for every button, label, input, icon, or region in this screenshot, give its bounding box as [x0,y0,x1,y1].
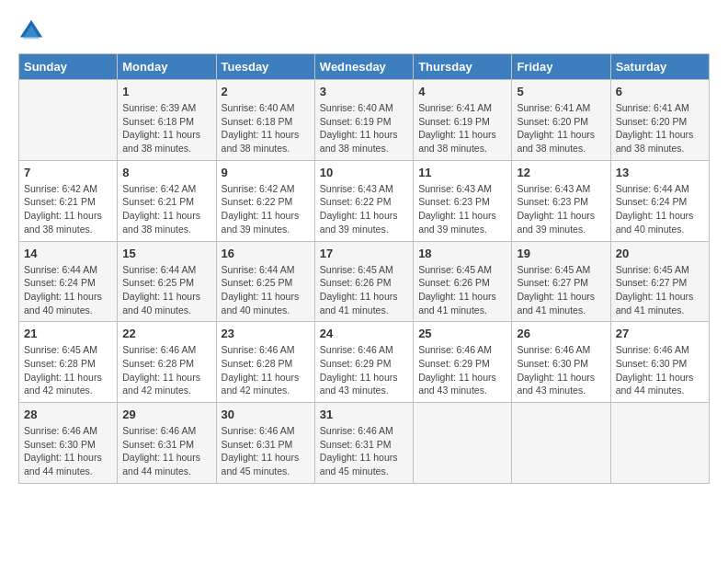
day-number: 27 [616,327,704,340]
day-info: Sunrise: 6:41 AMSunset: 6:19 PMDaylight:… [418,101,506,155]
day-number: 1 [122,85,210,98]
calendar-cell: 11Sunrise: 6:43 AMSunset: 6:23 PMDayligh… [414,160,512,241]
header-cell-friday: Friday [512,54,610,80]
calendar-cell: 3Sunrise: 6:40 AMSunset: 6:19 PMDaylight… [314,80,413,161]
day-number: 10 [320,166,408,179]
calendar-cell: 12Sunrise: 6:43 AMSunset: 6:23 PMDayligh… [512,160,610,241]
calendar-cell: 24Sunrise: 6:46 AMSunset: 6:29 PMDayligh… [314,322,413,403]
day-info: Sunrise: 6:43 AMSunset: 6:22 PMDaylight:… [320,182,408,236]
calendar-cell: 2Sunrise: 6:40 AMSunset: 6:18 PMDaylight… [216,80,314,161]
day-info: Sunrise: 6:40 AMSunset: 6:19 PMDaylight:… [320,101,408,155]
calendar-cell: 25Sunrise: 6:46 AMSunset: 6:29 PMDayligh… [414,322,512,403]
calendar-cell: 29Sunrise: 6:46 AMSunset: 6:31 PMDayligh… [118,403,216,484]
day-info: Sunrise: 6:46 AMSunset: 6:30 PMDaylight:… [616,343,704,397]
header-cell-monday: Monday [118,54,216,80]
day-number: 16 [222,247,310,260]
day-info: Sunrise: 6:46 AMSunset: 6:31 PMDaylight:… [122,424,210,478]
day-info: Sunrise: 6:44 AMSunset: 6:24 PMDaylight:… [24,263,112,317]
day-info: Sunrise: 6:46 AMSunset: 6:29 PMDaylight:… [418,343,506,397]
day-info: Sunrise: 6:46 AMSunset: 6:31 PMDaylight:… [320,424,408,478]
day-number: 31 [320,408,408,421]
day-info: Sunrise: 6:45 AMSunset: 6:26 PMDaylight:… [320,263,408,317]
day-number: 4 [418,85,506,98]
calendar-cell: 16Sunrise: 6:44 AMSunset: 6:25 PMDayligh… [216,241,314,322]
day-info: Sunrise: 6:41 AMSunset: 6:20 PMDaylight:… [517,101,605,155]
calendar-cell: 19Sunrise: 6:45 AMSunset: 6:27 PMDayligh… [512,241,610,322]
calendar-cell: 7Sunrise: 6:42 AMSunset: 6:21 PMDaylight… [19,160,118,241]
calendar-cell [19,80,118,161]
calendar-cell [610,403,709,484]
day-info: Sunrise: 6:42 AMSunset: 6:22 PMDaylight:… [222,182,310,236]
day-number: 9 [222,166,310,179]
week-row-3: 14Sunrise: 6:44 AMSunset: 6:24 PMDayligh… [19,241,710,322]
day-number: 19 [517,247,605,260]
week-row-4: 21Sunrise: 6:45 AMSunset: 6:28 PMDayligh… [19,322,710,403]
calendar-cell: 23Sunrise: 6:46 AMSunset: 6:28 PMDayligh… [216,322,314,403]
day-number: 13 [616,166,704,179]
week-row-1: 1Sunrise: 6:39 AMSunset: 6:18 PMDaylight… [19,80,710,161]
calendar-cell: 18Sunrise: 6:45 AMSunset: 6:26 PMDayligh… [414,241,512,322]
day-number: 29 [122,408,210,421]
day-number: 14 [24,247,112,260]
day-info: Sunrise: 6:46 AMSunset: 6:28 PMDaylight:… [122,343,210,397]
header-cell-sunday: Sunday [19,54,118,80]
day-info: Sunrise: 6:45 AMSunset: 6:27 PMDaylight:… [616,263,704,317]
day-info: Sunrise: 6:44 AMSunset: 6:25 PMDaylight:… [122,263,210,317]
calendar-cell: 6Sunrise: 6:41 AMSunset: 6:20 PMDaylight… [610,80,709,161]
calendar-cell: 20Sunrise: 6:45 AMSunset: 6:27 PMDayligh… [610,241,709,322]
calendar-cell: 26Sunrise: 6:46 AMSunset: 6:30 PMDayligh… [512,322,610,403]
day-info: Sunrise: 6:44 AMSunset: 6:24 PMDaylight:… [616,182,704,236]
calendar-cell: 8Sunrise: 6:42 AMSunset: 6:21 PMDaylight… [118,160,216,241]
day-number: 3 [320,85,408,98]
calendar-cell: 1Sunrise: 6:39 AMSunset: 6:18 PMDaylight… [118,80,216,161]
day-info: Sunrise: 6:45 AMSunset: 6:27 PMDaylight:… [517,263,605,317]
day-info: Sunrise: 6:46 AMSunset: 6:28 PMDaylight:… [222,343,310,397]
week-row-2: 7Sunrise: 6:42 AMSunset: 6:21 PMDaylight… [19,160,710,241]
calendar-table: SundayMondayTuesdayWednesdayThursdayFrid… [18,53,710,484]
day-number: 30 [222,408,310,421]
day-number: 17 [320,247,408,260]
calendar-cell: 31Sunrise: 6:46 AMSunset: 6:31 PMDayligh… [314,403,413,484]
calendar-cell: 13Sunrise: 6:44 AMSunset: 6:24 PMDayligh… [610,160,709,241]
header-cell-saturday: Saturday [610,54,709,80]
calendar-cell [512,403,610,484]
day-info: Sunrise: 6:41 AMSunset: 6:20 PMDaylight:… [616,101,704,155]
calendar-cell: 9Sunrise: 6:42 AMSunset: 6:22 PMDaylight… [216,160,314,241]
day-number: 28 [24,408,112,421]
day-info: Sunrise: 6:45 AMSunset: 6:26 PMDaylight:… [418,263,506,317]
day-info: Sunrise: 6:42 AMSunset: 6:21 PMDaylight:… [122,182,210,236]
calendar-cell: 27Sunrise: 6:46 AMSunset: 6:30 PMDayligh… [610,322,709,403]
day-info: Sunrise: 6:46 AMSunset: 6:31 PMDaylight:… [222,424,310,478]
day-number: 25 [418,327,506,340]
header-cell-wednesday: Wednesday [314,54,413,80]
calendar-cell: 17Sunrise: 6:45 AMSunset: 6:26 PMDayligh… [314,241,413,322]
day-info: Sunrise: 6:46 AMSunset: 6:30 PMDaylight:… [517,343,605,397]
day-info: Sunrise: 6:43 AMSunset: 6:23 PMDaylight:… [418,182,506,236]
header-cell-tuesday: Tuesday [216,54,314,80]
calendar-cell: 21Sunrise: 6:45 AMSunset: 6:28 PMDayligh… [19,322,118,403]
calendar-cell: 30Sunrise: 6:46 AMSunset: 6:31 PMDayligh… [216,403,314,484]
day-info: Sunrise: 6:46 AMSunset: 6:30 PMDaylight:… [24,424,112,478]
day-info: Sunrise: 6:44 AMSunset: 6:25 PMDaylight:… [222,263,310,317]
calendar-cell: 14Sunrise: 6:44 AMSunset: 6:24 PMDayligh… [19,241,118,322]
day-number: 6 [616,85,704,98]
day-info: Sunrise: 6:43 AMSunset: 6:23 PMDaylight:… [517,182,605,236]
calendar-cell: 4Sunrise: 6:41 AMSunset: 6:19 PMDaylight… [414,80,512,161]
day-number: 7 [24,166,112,179]
day-number: 18 [418,247,506,260]
week-row-5: 28Sunrise: 6:46 AMSunset: 6:30 PMDayligh… [19,403,710,484]
day-info: Sunrise: 6:42 AMSunset: 6:21 PMDaylight:… [24,182,112,236]
header-row: SundayMondayTuesdayWednesdayThursdayFrid… [19,54,710,80]
logo-icon [18,18,44,44]
day-number: 12 [517,166,605,179]
day-number: 11 [418,166,506,179]
day-number: 21 [24,327,112,340]
calendar-cell: 5Sunrise: 6:41 AMSunset: 6:20 PMDaylight… [512,80,610,161]
calendar-cell: 28Sunrise: 6:46 AMSunset: 6:30 PMDayligh… [19,403,118,484]
day-number: 22 [122,327,210,340]
page-header [18,18,710,44]
day-number: 2 [222,85,310,98]
day-number: 8 [122,166,210,179]
calendar-cell: 22Sunrise: 6:46 AMSunset: 6:28 PMDayligh… [118,322,216,403]
day-number: 23 [222,327,310,340]
